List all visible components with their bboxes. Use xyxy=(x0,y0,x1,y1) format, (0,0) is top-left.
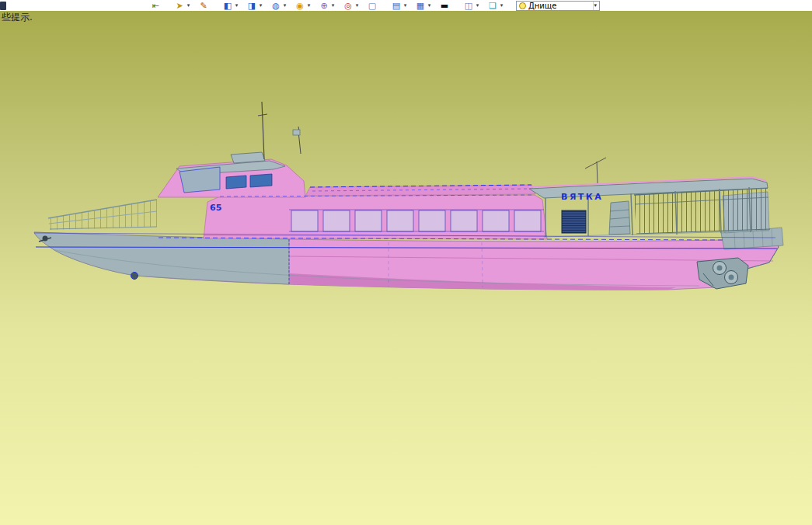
import-model-icon: ⇤ xyxy=(150,1,161,11)
hull-gray-bow xyxy=(34,232,289,284)
bow-number-label: 65 xyxy=(210,203,221,213)
view-orientation-icon: ◎ xyxy=(343,1,354,11)
solid-extrude-icon: ◧ xyxy=(222,1,233,11)
dropdown-caret[interactable]: ▾ xyxy=(233,1,240,11)
zoom-selection-icon: ⊕ xyxy=(319,1,329,11)
toolbar-button-zoom-selection[interactable]: ⊕▾ xyxy=(319,1,336,11)
solid-boolean-icon: ◨ xyxy=(246,1,257,11)
toolbar-button-view-orientation[interactable]: ◎▾ xyxy=(343,1,361,11)
wheelhouse-side-window-1 xyxy=(226,176,246,189)
toolbar-button-wireframe-sphere[interactable]: ◉▾ xyxy=(294,1,312,11)
view-orientation-combobox[interactable]: Днище ▾ xyxy=(516,1,600,11)
layers-icon: ❏ xyxy=(487,1,498,11)
sketch-tool-icon: ✎ xyxy=(198,1,209,11)
wireframe-sphere-icon: ◉ xyxy=(294,1,305,11)
combo-dropdown-caret[interactable]: ▾ xyxy=(593,2,599,10)
bow-railing xyxy=(48,200,157,230)
main-mast xyxy=(262,102,264,159)
toolbar-button-sketch-tool[interactable]: ✎ xyxy=(198,1,216,11)
dropdown-caret[interactable]: ▾ xyxy=(329,1,336,11)
model-viewport[interactable]: 些提示. xyxy=(0,11,812,525)
engine-vent-grille xyxy=(562,210,586,233)
toolbar-button-panel-toggle[interactable]: ◫▾ xyxy=(463,1,481,11)
wheelhouse-front-window xyxy=(179,167,220,193)
toolbar-button-solid-extrude[interactable]: ◧▾ xyxy=(222,1,240,11)
toolbar-button-import-model[interactable]: ⇤ xyxy=(150,1,168,11)
lightbulb-icon xyxy=(519,2,526,9)
dropdown-caret[interactable]: ▾ xyxy=(257,1,264,11)
wheelhouse-side-window-2 xyxy=(250,174,272,187)
toolbar-button-line-style[interactable]: ▬ xyxy=(439,1,457,11)
window-layout-icon: ▤ xyxy=(391,1,402,11)
toolbar-button-display-mode[interactable]: ▦▾ xyxy=(415,1,433,11)
line-style-icon: ▬ xyxy=(439,1,450,11)
hull xyxy=(34,232,779,290)
surface-tool-icon: ◍ xyxy=(270,1,281,11)
toolbar-button-window-layout[interactable]: ▤▾ xyxy=(391,1,409,11)
aft-canopy xyxy=(529,177,770,237)
display-mode-icon: ▦ xyxy=(415,1,426,11)
wheelhouse xyxy=(158,152,305,197)
masts xyxy=(258,102,606,183)
panel-toggle-icon: ◫ xyxy=(463,1,474,11)
toolbar-button-selection-filter[interactable]: ➤▾ xyxy=(174,1,192,11)
toolbar-button-surface-tool[interactable]: ◍▾ xyxy=(270,1,288,11)
toolbar-icon-group: ⇤ ➤▾ ✎ ◧▾ ◨▾ ◍▾ ◉▾ ⊕▾ ◎▾ ▢ ▤▾ ▦▾ ▬ ◫▾ ❏▾ xyxy=(150,1,511,11)
toolbar-button-solid-boolean[interactable]: ◨▾ xyxy=(246,1,264,11)
toolbar-button-layers[interactable]: ❏▾ xyxy=(487,1,505,11)
dropdown-caret[interactable]: ▾ xyxy=(426,1,433,11)
porthole xyxy=(131,273,138,280)
dropdown-caret[interactable]: ▾ xyxy=(185,1,192,11)
boat-model[interactable]: ВЯТКА 65 xyxy=(0,11,812,525)
dropdown-caret[interactable]: ▾ xyxy=(305,1,312,11)
cabin-roof-strip xyxy=(305,185,535,196)
toolbar-button-viewport-frame[interactable]: ▢ xyxy=(367,1,385,11)
flag xyxy=(293,130,300,135)
dropdown-caret[interactable]: ▾ xyxy=(354,1,361,11)
aft-stairs xyxy=(609,201,630,235)
main-toolbar: ⇤ ➤▾ ✎ ◧▾ ◨▾ ◍▾ ◉▾ ⊕▾ ◎▾ ▢ ▤▾ ▦▾ ▬ ◫▾ ❏▾… xyxy=(0,0,812,11)
dropdown-caret[interactable]: ▾ xyxy=(498,1,505,11)
clipped-icon xyxy=(0,2,6,10)
view-combo-value: Днище xyxy=(528,2,593,10)
dropdown-caret[interactable]: ▾ xyxy=(474,1,481,11)
selection-filter-icon: ➤ xyxy=(174,1,185,11)
dropdown-caret[interactable]: ▾ xyxy=(281,1,288,11)
stern-antenna xyxy=(585,158,606,183)
viewport-frame-icon: ▢ xyxy=(367,1,378,11)
dropdown-caret[interactable]: ▾ xyxy=(402,1,409,11)
vessel-name-label: ВЯТКА xyxy=(561,192,603,202)
